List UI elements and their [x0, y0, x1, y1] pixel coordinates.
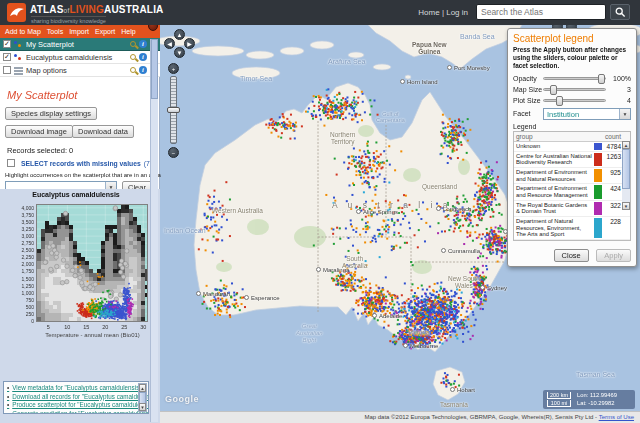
- species-links-box: View metadata for "Eucalyptus camaldulen…: [3, 381, 149, 414]
- layer-info-icon[interactable]: i: [139, 40, 147, 48]
- left-sidebar: Add to MapToolsImportExportHelp ✓My Scat…: [0, 25, 160, 423]
- legend-scroll-thumb[interactable]: [622, 149, 630, 189]
- legend-table-row[interactable]: Unknown4784: [514, 142, 630, 152]
- sidebar-scroll-thumb[interactable]: [151, 39, 158, 99]
- pan-right-button[interactable]: ▶: [184, 38, 195, 49]
- group-color-swatch: [594, 218, 602, 238]
- species-link[interactable]: Generate prediction for "Eucalyptus cama…: [7, 410, 137, 415]
- layer-checkbox[interactable]: ✓: [3, 53, 11, 61]
- layer-info-icon[interactable]: i: [139, 53, 147, 61]
- dropdown-arrow-icon: ▼: [619, 109, 630, 119]
- links-scrollbar[interactable]: ▲ ▼: [138, 383, 147, 412]
- facet-row: Facet Institution ▼: [513, 107, 631, 120]
- ala-logo-icon[interactable]: [7, 3, 26, 22]
- close-button[interactable]: Close: [554, 249, 589, 262]
- species-links-list: View metadata for "Eucalyptus camaldulen…: [7, 384, 137, 414]
- y-tick-label: 3,000: [8, 233, 34, 239]
- missing-values-checkbox[interactable]: [7, 159, 15, 167]
- group-name: Unknown: [514, 142, 594, 151]
- map-attribution: Map data ©2012 Europa Technologies, GBRM…: [160, 411, 640, 423]
- y-tick-label: 3,750: [8, 212, 34, 218]
- menu-export[interactable]: Export: [95, 28, 115, 35]
- menu-bar: Add to MapToolsImportExportHelp: [0, 25, 160, 38]
- menu-add-to-map[interactable]: Add to Map: [5, 28, 41, 35]
- pan-down-button[interactable]: ▼: [174, 47, 185, 58]
- legend-table: group count Unknown4784Centre for Austra…: [513, 131, 631, 241]
- scroll-up-icon[interactable]: ▲: [622, 141, 630, 149]
- slider-label: Opacity: [513, 75, 543, 82]
- legend-table-row[interactable]: The Royal Botanic Gardens & Domain Trust…: [514, 201, 630, 217]
- x-tick-label: 5: [38, 324, 58, 330]
- group-color-swatch: [594, 202, 602, 215]
- group-name: Centre for Australian National Biodivers…: [514, 152, 594, 167]
- search-button[interactable]: [610, 4, 630, 20]
- slider-label: Map Size: [513, 86, 543, 93]
- menu-import[interactable]: Import: [69, 28, 89, 35]
- menu-tools[interactable]: Tools: [47, 28, 63, 35]
- scatterplot-chart[interactable]: [36, 204, 148, 322]
- chart-x-axis-label: Temperature - annual mean (Bio01): [20, 332, 165, 338]
- sidebar-scrollbar[interactable]: [150, 39, 158, 422]
- site-wordmark: ATLASofLIVINGAUSTRALIA: [30, 4, 164, 15]
- layer-info-icon[interactable]: i: [139, 66, 147, 74]
- legend-panel-title: Scatterplot legend: [513, 33, 631, 44]
- slider-track[interactable]: [543, 77, 606, 80]
- layer-checkbox[interactable]: ✓: [3, 40, 11, 48]
- scatterplot-canvas[interactable]: [37, 205, 147, 321]
- legend-table-row[interactable]: Department of Natural Resources, Environ…: [514, 217, 630, 240]
- layer-checkbox[interactable]: [3, 66, 11, 74]
- search-input[interactable]: [476, 4, 606, 20]
- legend-table-row[interactable]: Department of Environment and Natural Re…: [514, 168, 630, 184]
- layer-row-map-options[interactable]: Map optionsi: [0, 64, 160, 77]
- group-color-swatch: [594, 153, 602, 166]
- zoom-to-layer-icon[interactable]: [130, 54, 136, 60]
- group-count: 228: [602, 217, 630, 239]
- slider-handle[interactable]: [598, 74, 605, 84]
- y-tick-label: 4,000: [8, 205, 34, 211]
- species-link[interactable]: View metadata for "Eucalyptus camaldulen…: [7, 384, 137, 391]
- species-link[interactable]: Produce scatterplot for "Eucalyptus cama…: [7, 401, 137, 408]
- slider-handle[interactable]: [550, 85, 557, 95]
- scroll-down-icon[interactable]: ▼: [139, 403, 146, 411]
- wordmark-australia: AUSTRALIA: [104, 4, 164, 15]
- y-tick-label: 250: [8, 311, 34, 317]
- download-data-button[interactable]: Download data: [72, 125, 134, 138]
- download-image-button[interactable]: Download image: [5, 125, 73, 138]
- slider-row-plot-size: Plot Size4: [513, 95, 631, 106]
- scroll-down-icon[interactable]: ▼: [622, 202, 630, 210]
- top-header: ATLASofLIVINGAUSTRALIA sharing biodivers…: [0, 0, 640, 25]
- zoom-slider-handle[interactable]: [167, 107, 180, 113]
- terms-of-use-link[interactable]: Terms of Use: [599, 414, 634, 420]
- count-column-header: count: [600, 132, 630, 141]
- legend-scrollbar[interactable]: ▲ ▼: [622, 141, 630, 210]
- species-display-settings-button[interactable]: Species display settings: [5, 107, 97, 120]
- layer-label: Eucalyptus camaldulensis: [26, 53, 130, 62]
- legend-footer: Close Apply: [513, 244, 631, 262]
- legend-table-header: group count: [514, 132, 630, 142]
- facet-label: Facet: [513, 110, 543, 117]
- zoom-to-layer-icon[interactable]: [130, 67, 136, 73]
- slider-track[interactable]: [543, 99, 606, 102]
- zoom-out-button[interactable]: −: [168, 147, 179, 158]
- slider-track[interactable]: [543, 88, 606, 91]
- layers-list: ✓My Scatterploti✓Eucalyptus camaldulensi…: [0, 38, 160, 77]
- slider-handle[interactable]: [556, 96, 563, 106]
- zoom-to-layer-icon[interactable]: [130, 41, 136, 47]
- home-login-links[interactable]: Home | Log in: [418, 8, 468, 17]
- group-name: Department of Environment and Resource M…: [514, 184, 594, 199]
- legend-table-row[interactable]: Centre for Australian National Biodivers…: [514, 152, 630, 168]
- site-tagline: sharing biodiversity knowledge: [31, 16, 106, 24]
- menu-help[interactable]: Help: [121, 28, 135, 35]
- species-link[interactable]: Download all records for "Eucalyptus cam…: [7, 393, 137, 400]
- legend-table-row[interactable]: Department of Environment and Resource M…: [514, 184, 630, 200]
- scroll-up-icon[interactable]: ▲: [139, 384, 146, 392]
- group-color-swatch: [594, 169, 602, 182]
- pan-up-button[interactable]: ▲: [174, 29, 185, 40]
- layer-row-my-scatterplot[interactable]: ✓My Scatterploti: [0, 38, 160, 51]
- layer-row-eucalyptus-camaldulensis[interactable]: ✓Eucalyptus camaldulensisi: [0, 51, 160, 64]
- apply-button[interactable]: Apply: [596, 249, 631, 262]
- pan-left-button[interactable]: ◀: [164, 38, 175, 49]
- y-tick-label: 1,750: [8, 268, 34, 274]
- zoom-in-button[interactable]: +: [168, 63, 179, 74]
- facet-select-dropdown[interactable]: Institution ▼: [543, 108, 631, 120]
